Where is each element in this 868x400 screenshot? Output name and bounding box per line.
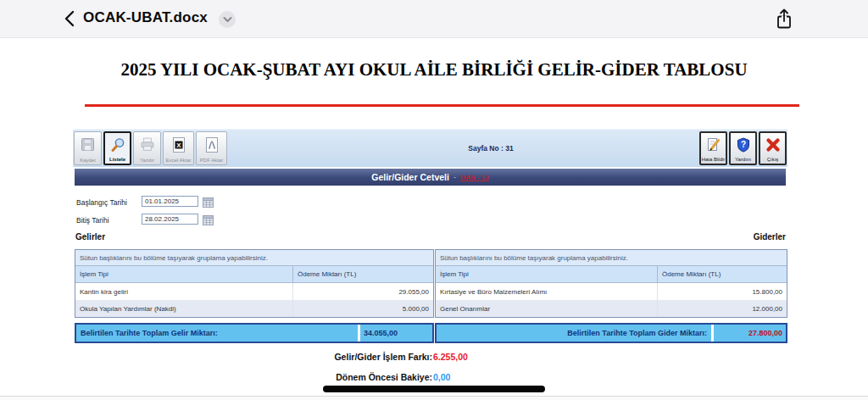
start-date-label: Başlangıç Tarihi — [76, 198, 127, 207]
row-amount-cell: 12.000,00 — [658, 300, 787, 317]
toolbar-button-label: Kaydet — [80, 157, 96, 164]
expense-table: Sütun başlıklarını bu bölüme taşıyarak g… — [435, 249, 787, 318]
pdf-acrobat-icon — [205, 132, 219, 157]
previous-balance-line: Dönem Öncesi Bakiye: 0,00 — [73, 372, 787, 382]
end-date-label: Bitiş Tarihi — [76, 216, 109, 225]
difference-line: Gelir/Gider İşlem Farkı: 6.255,00 — [73, 352, 787, 362]
row-amount-cell: 15.800,00 — [658, 283, 787, 300]
expense-col-type[interactable]: İşlem Tipi — [436, 266, 658, 282]
help-question-shield-icon: ? — [737, 133, 750, 156]
report-app: Kaydet Listele — [73, 129, 787, 398]
document-title: OCAK-UBAT.docx — [83, 9, 208, 26]
table-row[interactable]: Kantin kira geliri 29.055,00 — [75, 283, 433, 300]
expense-col-amount[interactable]: Ödeme Miktarı (TL) — [658, 266, 787, 282]
row-type-cell: Kırtasiye ve Büro Malzemeleri Alımı — [436, 283, 658, 300]
bottom-toolbar-edge — [0, 396, 868, 400]
expense-total-row: Belirtilen Tarihte Toplam Gider Miktarı:… — [435, 323, 787, 343]
report-error-button[interactable]: Hata Bildir — [699, 131, 727, 165]
back-button[interactable] — [61, 9, 80, 28]
calendar-icon[interactable] — [203, 214, 214, 229]
toolbar-button-label: Excel Aktar — [165, 157, 191, 164]
income-section-label: Gelirler — [75, 232, 105, 242]
row-type-cell: Genel Onarımlar — [436, 300, 658, 317]
previous-balance-label: Dönem Öncesi Bakiye: — [73, 372, 432, 382]
exit-button[interactable]: Çıkış — [759, 131, 787, 165]
share-icon — [773, 8, 795, 31]
toolbar-button-label: Çıkış — [767, 156, 779, 163]
calendar-icon[interactable] — [203, 196, 214, 211]
svg-text:?: ? — [740, 140, 745, 149]
expense-section-label: Giderler — [754, 232, 786, 242]
help-button[interactable]: ? Yardım — [729, 131, 757, 165]
title-underline-rule — [85, 104, 799, 107]
toolbar-button-label: Yazdır — [140, 157, 154, 164]
error-report-pencil-icon — [706, 133, 721, 156]
income-table-header: İşlem Tipi Ödeme Miktarı (TL) — [75, 266, 433, 283]
share-button[interactable] — [773, 8, 795, 31]
expense-table-header: İşlem Tipi Ödeme Miktarı (TL) — [436, 266, 787, 283]
save-button[interactable]: Kaydet — [74, 131, 102, 165]
excel-icon: X — [172, 132, 186, 157]
toolbar-button-label: PDF Aktar — [200, 157, 223, 164]
toolbar-button-label: Hata Bildir — [702, 156, 726, 163]
income-group-drop-zone[interactable]: Sütun başlıklarını bu bölüme taşıyarak g… — [75, 250, 433, 266]
title-menu-button[interactable] — [219, 11, 236, 28]
toolbar-button-label: Listele — [109, 156, 125, 163]
document-viewer-topbar: OCAK-UBAT.docx — [0, 0, 868, 38]
page-number-label: Sayfa No : 31 — [440, 144, 542, 153]
end-date-input[interactable] — [142, 214, 198, 225]
floppy-disk-icon — [81, 132, 95, 157]
printer-icon — [140, 132, 155, 157]
toolbar-left-group: Kaydet Listele — [74, 131, 227, 165]
pdf-export-button[interactable]: PDF Aktar — [196, 131, 227, 165]
row-amount-cell: 29.055,00 — [293, 283, 433, 300]
list-button[interactable]: Listele — [103, 131, 131, 165]
chevron-down-icon — [223, 16, 232, 23]
report-title-separator: - — [453, 173, 456, 181]
income-table: Sütun başlıklarını bu bölüme taşıyarak g… — [75, 249, 434, 318]
difference-label: Gelir/Gider İşlem Farkı: — [73, 352, 432, 362]
toolbar-button-label: Yardım — [735, 156, 751, 163]
print-button[interactable]: Yazdır — [133, 131, 161, 165]
table-row[interactable]: Okula Yapılan Yardımlar (Nakdi) 5.000,00 — [75, 300, 433, 317]
start-date-input[interactable] — [142, 196, 198, 207]
row-type-cell: Okula Yapılan Yardımlar (Nakdi) — [75, 300, 293, 317]
page-title: 2025 YILI OCAK-ŞUBAT AYI OKUL AİLE BİRLİ… — [34, 59, 834, 81]
magnifier-icon — [110, 133, 125, 156]
excel-export-button[interactable]: X Excel Aktar — [163, 131, 194, 165]
chevron-left-icon — [61, 9, 80, 28]
row-type-cell: Kantin kira geliri — [75, 283, 293, 300]
report-toolbar: Kaydet Listele — [73, 129, 787, 167]
income-total-row: Belirtilen Tarihte Toplam Gelir Miktarı:… — [75, 323, 434, 343]
toolbar-right-group: Hata Bildir ? Yardım — [699, 131, 787, 165]
income-col-amount[interactable]: Ödeme Miktarı (TL) — [293, 266, 433, 282]
income-total-label: Belirtilen Tarihte Toplam Gelir Miktarı: — [76, 329, 358, 337]
table-row[interactable]: Genel Onarımlar 12.000,00 — [436, 300, 787, 317]
income-col-type[interactable]: İşlem Tipi — [75, 266, 293, 282]
expense-total-value: 27.800,00 — [711, 325, 786, 342]
expense-total-label: Belirtilen Tarihte Toplam Gider Miktarı: — [437, 329, 711, 337]
home-indicator — [323, 386, 545, 392]
screen: OCAK-UBAT.docx 2025 YILI OCAK-ŞUBAT AYI … — [0, 0, 868, 400]
report-header-bar: Gelir/Gider Cetveli - OAB - 13 — [75, 169, 786, 186]
exit-cross-icon — [765, 133, 781, 156]
report-title: Gelir/Gider Cetveli — [371, 172, 449, 182]
table-row[interactable]: Kırtasiye ve Büro Malzemeleri Alımı 15.8… — [436, 283, 787, 300]
row-amount-cell: 5.000,00 — [293, 300, 433, 317]
income-total-value: 34.055,00 — [358, 325, 432, 342]
report-code: OAB - 13 — [460, 174, 489, 181]
previous-balance-value: 0,00 — [432, 372, 450, 382]
svg-text:X: X — [176, 141, 181, 148]
expense-group-drop-zone[interactable]: Sütun başlıklarını bu bölüme taşıyarak g… — [436, 250, 787, 266]
difference-value: 6.255,00 — [432, 352, 468, 362]
